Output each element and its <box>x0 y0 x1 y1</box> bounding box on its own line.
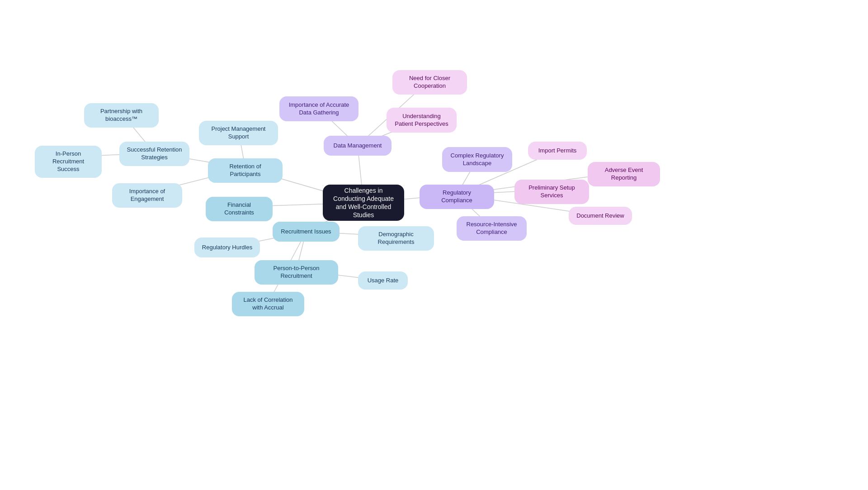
importance-accurate-node[interactable]: Importance of Accurate Data Gathering <box>279 96 359 121</box>
demographic-requirements-node[interactable]: Demographic Requirements <box>358 226 434 251</box>
complex-regulatory-node[interactable]: Complex Regulatory Landscape <box>442 147 512 172</box>
usage-rate-node[interactable]: Usage Rate <box>358 271 408 290</box>
document-review-node[interactable]: Document Review <box>569 207 632 225</box>
preliminary-setup-node[interactable]: Preliminary Setup Services <box>514 180 589 204</box>
partnership-bioaccess-node[interactable]: Partnership with bioaccess™ <box>84 103 159 128</box>
successful-retention-node[interactable]: Successful Retention Strategies <box>119 142 189 166</box>
recruitment-issues-node[interactable]: Recruitment Issues <box>273 222 340 242</box>
retention-participants-node[interactable]: Retention of Participants <box>208 158 283 183</box>
resource-intensive-node[interactable]: Resource-Intensive Compliance <box>457 216 527 241</box>
lack-correlation-node[interactable]: Lack of Correlation with Accrual <box>232 292 304 316</box>
import-permits-node[interactable]: Import Permits <box>528 142 587 160</box>
need-closer-coop-node[interactable]: Need for Closer Cooperation <box>392 70 467 95</box>
adverse-event-node[interactable]: Adverse Event Reporting <box>588 162 660 186</box>
regulatory-hurdles-node[interactable]: Regulatory Hurdles <box>194 238 260 257</box>
importance-engagement-node[interactable]: Importance of Engagement <box>112 183 182 208</box>
person-to-person-node[interactable]: Person-to-Person Recruitment <box>255 260 338 285</box>
data-management-node[interactable]: Data Management <box>324 136 392 156</box>
center-node[interactable]: Challenges in Conducting Adequate and We… <box>323 185 404 221</box>
project-management-node[interactable]: Project Management Support <box>199 121 278 145</box>
in-person-recruitment-node[interactable]: In-Person Recruitment Success <box>35 146 102 178</box>
mindmap-container: Challenges in Conducting Adequate and We… <box>0 0 868 490</box>
regulatory-compliance-node[interactable]: Regulatory Compliance <box>420 185 494 209</box>
financial-constraints-node[interactable]: Financial Constraints <box>206 197 273 221</box>
understanding-patient-node[interactable]: Understanding Patient Perspectives <box>387 108 457 133</box>
